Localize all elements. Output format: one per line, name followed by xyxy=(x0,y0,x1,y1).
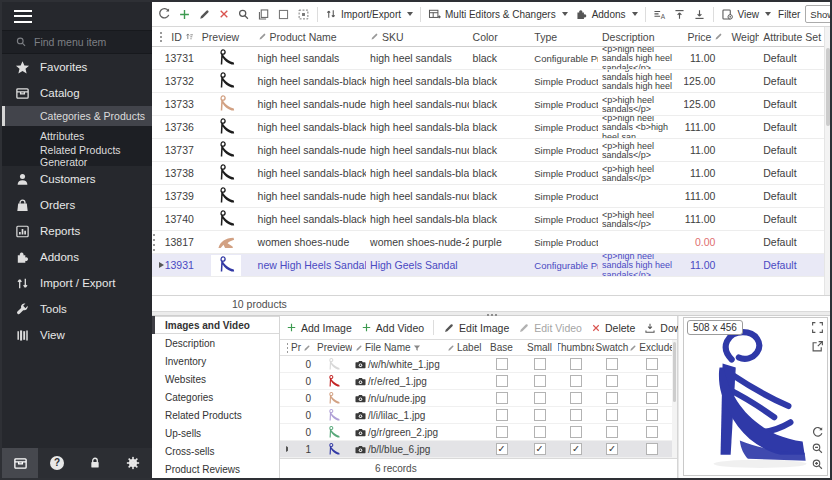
exclude-checkbox[interactable] xyxy=(646,392,658,404)
image-row-b-l-blue-6-jpg[interactable]: 1/b/l/blue_6.jpg xyxy=(280,441,677,458)
product-row-13740[interactable]: 13740high heel sandals-black-38high heel… xyxy=(152,208,824,231)
image-row-g-r-green-2-jpg[interactable]: 0/g/r/green_2.jpg xyxy=(280,424,677,441)
exclude-checkbox[interactable] xyxy=(646,443,658,455)
image-row-r-e-red-1-jpg[interactable]: 0/r/e/red_1.jpg xyxy=(280,373,677,390)
exclude-checkbox[interactable] xyxy=(646,358,658,370)
product-row-13739[interactable]: 13739high heel sandals-nude-37high heel … xyxy=(152,185,824,208)
tab-images-and-video[interactable]: Images and Video xyxy=(152,316,279,334)
fullscreen-icon[interactable] xyxy=(811,321,824,334)
image-column-header-pr[interactable]: Pr xyxy=(288,340,314,355)
sidebar-item-import-export[interactable]: Import / Export xyxy=(2,270,152,296)
external-link-icon[interactable] xyxy=(811,340,824,353)
sidebar-item-favorites[interactable]: Favorites xyxy=(2,54,152,80)
sidebar-item-tools[interactable]: Tools xyxy=(2,296,152,322)
tab-up-sells[interactable]: Up-sells xyxy=(152,424,279,442)
tab-product-reviews[interactable]: Product Reviews xyxy=(152,460,279,478)
scrollbar-thumb[interactable] xyxy=(826,48,830,126)
thumbnail-checkbox[interactable] xyxy=(570,392,582,404)
sidebar-item-reports[interactable]: Reports xyxy=(2,218,152,244)
exclude-checkbox[interactable] xyxy=(646,426,658,438)
product-row-13732[interactable]: 13732high heel sandals-blackhigh heel sa… xyxy=(152,70,824,93)
view-menu[interactable]: View xyxy=(721,8,772,21)
swatch-checkbox[interactable] xyxy=(606,409,618,421)
sidebar-item-addons[interactable]: Addons xyxy=(2,244,152,270)
add-video-button[interactable]: Add Video xyxy=(361,322,424,334)
swatch-checkbox[interactable] xyxy=(606,443,618,455)
sidebar-item-catalog[interactable]: Catalog xyxy=(2,80,152,106)
column-header-attribute-set-name[interactable]: Attribute Set Name xyxy=(759,27,824,46)
sidebar-item-customers[interactable]: Customers xyxy=(2,166,152,192)
edit-image-button[interactable]: Edit Image xyxy=(443,322,509,334)
sidebar-subitem-related-products-generator[interactable]: Related Products Generator xyxy=(2,146,152,166)
lock-button[interactable] xyxy=(76,448,114,478)
select-button[interactable] xyxy=(277,8,290,21)
delete-product-button[interactable] xyxy=(218,8,230,20)
refresh-button[interactable] xyxy=(157,7,171,21)
swatch-checkbox[interactable] xyxy=(606,358,618,370)
import-export-menu[interactable]: Import/Export xyxy=(325,8,413,20)
category-filter-select[interactable]: Show products from selected categories xyxy=(805,5,832,23)
move-up-button[interactable] xyxy=(673,8,686,21)
sidebar-subitem-attributes[interactable]: Attributes xyxy=(2,126,152,146)
column-header-type[interactable]: Type xyxy=(530,27,598,46)
product-row-13738[interactable]: 13738high heel sandals-black-37high heel… xyxy=(152,162,824,185)
small-checkbox[interactable] xyxy=(534,358,546,370)
addons-menu[interactable]: Addons xyxy=(575,8,638,21)
column-header-price[interactable]: Price xyxy=(684,27,728,46)
base-checkbox[interactable] xyxy=(496,443,508,455)
edit-product-button[interactable] xyxy=(198,8,211,21)
image-column-header-file-name[interactable]: File Name xyxy=(352,340,444,355)
small-checkbox[interactable] xyxy=(534,375,546,387)
sidebar-bottom-catalog-button[interactable] xyxy=(2,448,38,478)
hamburger-menu-button[interactable] xyxy=(2,2,152,30)
sidebar-search[interactable]: Find menu item xyxy=(2,30,152,54)
add-image-button[interactable]: Add Image xyxy=(286,322,352,334)
image-column-header-small[interactable]: Small xyxy=(521,340,558,355)
product-row-13733[interactable]: 13733high heel sandals-nudehigh heel san… xyxy=(152,93,824,116)
image-column-header-exclude[interactable]: Exclude xyxy=(630,340,674,355)
zoom-out-icon[interactable] xyxy=(811,442,824,455)
base-checkbox[interactable] xyxy=(496,358,508,370)
settings-button[interactable] xyxy=(114,448,152,478)
delete-button[interactable]: Delete xyxy=(591,322,635,334)
base-checkbox[interactable] xyxy=(496,409,508,421)
column-header-product-name[interactable]: Product Name xyxy=(254,27,366,46)
move-down-button[interactable] xyxy=(693,8,706,21)
grid-vertical-scrollbar[interactable] xyxy=(824,27,830,295)
help-button[interactable] xyxy=(38,448,76,478)
tab-description[interactable]: Description xyxy=(152,334,279,352)
multi-editors-menu[interactable]: Multi Editors & Changers xyxy=(428,8,568,21)
sidebar-item-view[interactable]: View xyxy=(2,322,152,348)
tab-inventory[interactable]: Inventory xyxy=(152,352,279,370)
scrollbar-thumb[interactable] xyxy=(673,342,676,402)
thumbnail-checkbox[interactable] xyxy=(570,358,582,370)
sidebar-subitem-categories-products[interactable]: Categories & Products xyxy=(2,106,152,126)
base-checkbox[interactable] xyxy=(496,426,508,438)
column-header-id[interactable]: ID xyxy=(164,27,198,46)
base-checkbox[interactable] xyxy=(496,375,508,387)
tab-websites[interactable]: Websites xyxy=(152,370,279,388)
image-grid-scrollbar[interactable] xyxy=(672,340,677,458)
copy-button[interactable] xyxy=(257,8,270,21)
product-row-13737[interactable]: 13737high heel sandals-nude-36high heel … xyxy=(152,139,824,162)
sort-button[interactable] xyxy=(653,8,666,21)
image-row-n-u-nude-jpg[interactable]: 0/n/u/nude.jpg xyxy=(280,390,677,407)
thumbnail-checkbox[interactable] xyxy=(570,409,582,421)
image-column-header-thumbna[interactable]: Thumbna xyxy=(558,340,594,355)
add-product-button[interactable] xyxy=(178,8,191,21)
column-header-description[interactable]: Description xyxy=(598,27,684,46)
small-checkbox[interactable] xyxy=(534,443,546,455)
column-header-weight[interactable]: Weight xyxy=(727,27,759,46)
base-checkbox[interactable] xyxy=(496,392,508,404)
image-column-header-preview[interactable]: Preview xyxy=(314,340,352,355)
exclude-checkbox[interactable] xyxy=(646,375,658,387)
column-header-color[interactable]: Color xyxy=(469,27,531,46)
column-header-preview[interactable]: Preview xyxy=(198,27,254,46)
tab-related-products[interactable]: Related Products xyxy=(152,406,279,424)
product-row-13817[interactable]: 13817women shoes-nudewomen shoes-nude-2p… xyxy=(152,231,824,254)
thumbnail-checkbox[interactable] xyxy=(570,375,582,387)
exclude-checkbox[interactable] xyxy=(646,409,658,421)
image-column-header-label[interactable]: Label xyxy=(444,340,482,355)
image-row-w-h-white-1-jpg[interactable]: 0/w/h/white_1.jpg xyxy=(280,356,677,373)
swatch-checkbox[interactable] xyxy=(606,375,618,387)
